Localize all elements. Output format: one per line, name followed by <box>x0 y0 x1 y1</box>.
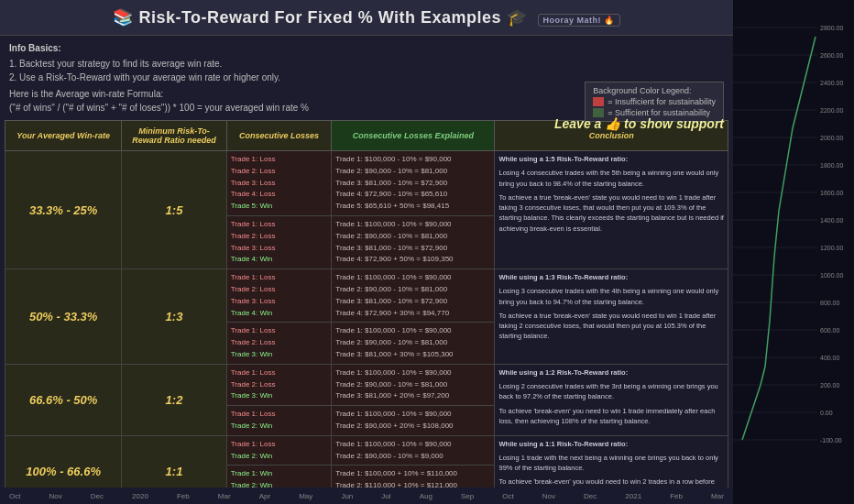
axis-apr: Apr <box>259 492 270 500</box>
cell-losses: Trade 1: LossTrade 2: Win <box>226 435 332 466</box>
axis-aug: Aug <box>420 492 432 500</box>
cell-losses-explained: Trade 1: $100,000 - 10% = $90,000Trade 2… <box>332 269 495 323</box>
svg-text:0.00: 0.00 <box>820 410 833 416</box>
table-row: 100% - 66.6%1:1Trade 1: LossTrade 2: Win… <box>5 435 728 466</box>
axis-feb: Feb <box>177 492 190 500</box>
cell-losses: Trade 1: LossTrade 2: LossTrade 3: LossT… <box>226 269 332 323</box>
hooray-badge: Hooray Math! 🔥 <box>538 14 620 27</box>
cell-losses-explained: Trade 1: $100,000 - 10% = $90,000Trade 2… <box>332 364 495 405</box>
legend-title: Background Color Legend: <box>593 86 716 95</box>
header-losses: Consecutive Losses <box>226 121 332 151</box>
title-icon-right: 🎓 <box>507 8 528 27</box>
table-row: 50% - 33.3%1:3Trade 1: LossTrade 2: Loss… <box>5 269 728 323</box>
axis-jun: Jun <box>341 492 353 500</box>
axis-sep: Sep <box>461 492 474 500</box>
main-panel: 📚 Risk-To-Reward For Fixed % With Exampl… <box>0 0 733 504</box>
svg-text:1400.00: 1400.00 <box>820 217 843 224</box>
cell-losses-explained: Trade 1: $100,000 - 10% = $90,000Trade 2… <box>332 151 495 216</box>
axis-dec2: Dec <box>584 492 597 500</box>
axis-labels: Oct Nov Dec 2020 Feb Mar Apr May Jun Jul… <box>9 492 724 500</box>
axis-2020: 2020 <box>132 492 148 500</box>
svg-text:200.00: 200.00 <box>820 382 840 389</box>
svg-text:600.00: 600.00 <box>820 327 840 334</box>
info-basics-title: Info Basics: <box>9 41 724 55</box>
header-winrate: Your Averaged Win-rate <box>5 121 122 151</box>
svg-text:2800.00: 2800.00 <box>820 25 843 31</box>
bottom-axis: Oct Nov Dec 2020 Feb Mar Apr May Jun Jul… <box>0 488 733 504</box>
cell-losses-explained: Trade 1: $100,000 - 10% = $90,000Trade 2… <box>332 323 495 364</box>
cell-winrate: 50% - 33.3% <box>5 269 122 365</box>
table-container: Your Averaged Win-rate Minimum Risk-To-R… <box>5 120 728 504</box>
cell-ratio: 1:3 <box>122 269 227 365</box>
legend-insufficient-text: = Insufficient for sustainability <box>608 97 716 106</box>
svg-text:2200.00: 2200.00 <box>820 107 843 114</box>
svg-text:1200.00: 1200.00 <box>820 245 843 251</box>
axis-nov: Nov <box>49 492 62 500</box>
axis-may: May <box>299 492 312 500</box>
axis-jul: Jul <box>381 492 390 500</box>
right-chart: 2800.00 2600.00 2400.00 2200.00 2000.00 … <box>733 0 854 504</box>
cell-winrate: 66.6% - 50% <box>5 364 122 435</box>
cell-conclusion: While using a 1:3 Risk-To-Reward ratio:L… <box>495 269 728 365</box>
axis-mar: Mar <box>218 492 231 500</box>
cell-losses: Trade 1: LossTrade 2: LossTrade 3: LossT… <box>226 151 332 216</box>
cell-losses-explained: Trade 1: $100,000 - 10% = $90,000Trade 2… <box>332 406 495 436</box>
axis-mar2: Mar <box>711 492 724 500</box>
cell-losses: Trade 1: LossTrade 2: LossTrade 3: LossT… <box>226 215 332 268</box>
title-bar: 📚 Risk-To-Reward For Fixed % With Exampl… <box>0 0 733 36</box>
cell-conclusion: While using a 1:2 Risk-To-Reward ratio:L… <box>495 364 728 435</box>
cell-losses: Trade 1: LossTrade 2: Win <box>226 406 332 436</box>
svg-text:2400.00: 2400.00 <box>820 80 843 86</box>
svg-text:400.00: 400.00 <box>820 355 840 361</box>
info-point1: 1. Backtest your strategy to find its av… <box>9 57 724 71</box>
cell-ratio: 1:2 <box>122 364 227 435</box>
cell-losses-explained: Trade 1: $100,000 - 10% = $90,000Trade 2… <box>332 215 495 268</box>
svg-text:-100.00: -100.00 <box>820 437 842 444</box>
cell-losses: Trade 1: LossTrade 2: LossTrade 3: Win <box>226 364 332 405</box>
svg-text:1600.00: 1600.00 <box>820 190 843 196</box>
svg-text:1800.00: 1800.00 <box>820 162 843 169</box>
table-row: 33.3% - 25%1:5Trade 1: LossTrade 2: Loss… <box>5 151 728 216</box>
axis-nov2: Nov <box>542 492 555 500</box>
legend-insufficient: = Insufficient for sustainability <box>593 97 716 106</box>
axis-oct2: Oct <box>502 492 513 500</box>
svg-text:800.00: 800.00 <box>820 300 840 306</box>
axis-2021: 2021 <box>625 492 641 500</box>
svg-text:2000.00: 2000.00 <box>820 135 843 141</box>
cell-winrate: 33.3% - 25% <box>5 151 122 269</box>
page-title: 📚 Risk-To-Reward For Fixed % With Exampl… <box>0 7 733 27</box>
legend-red-box <box>593 97 604 106</box>
svg-text:2600.00: 2600.00 <box>820 52 843 59</box>
svg-text:1000.00: 1000.00 <box>820 272 843 279</box>
axis-feb2: Feb <box>670 492 683 500</box>
table-row: 66.6% - 50%1:2Trade 1: LossTrade 2: Loss… <box>5 364 728 405</box>
cell-conclusion: While using a 1:5 Risk-To-Reward ratio:L… <box>495 151 728 269</box>
header-ratio: Minimum Risk-To-Reward Ratio needed <box>122 121 227 151</box>
support-text: Leave a 👍 to show support <box>554 116 724 131</box>
cell-losses: Trade 1: LossTrade 2: LossTrade 3: Win <box>226 323 332 364</box>
cell-ratio: 1:5 <box>122 151 227 269</box>
cell-losses-explained: Trade 1: $100,000 - 10% = $90,000Trade 2… <box>332 435 495 466</box>
axis-dec: Dec <box>91 492 104 500</box>
main-table: Your Averaged Win-rate Minimum Risk-To-R… <box>5 120 728 504</box>
title-text: Risk-To-Reward For Fixed % With Examples <box>138 8 501 27</box>
axis-oct: Oct <box>9 492 20 500</box>
title-icon-left: 📚 <box>113 8 134 27</box>
header-losses-explained: Consecutive Losses Explained <box>332 121 495 151</box>
